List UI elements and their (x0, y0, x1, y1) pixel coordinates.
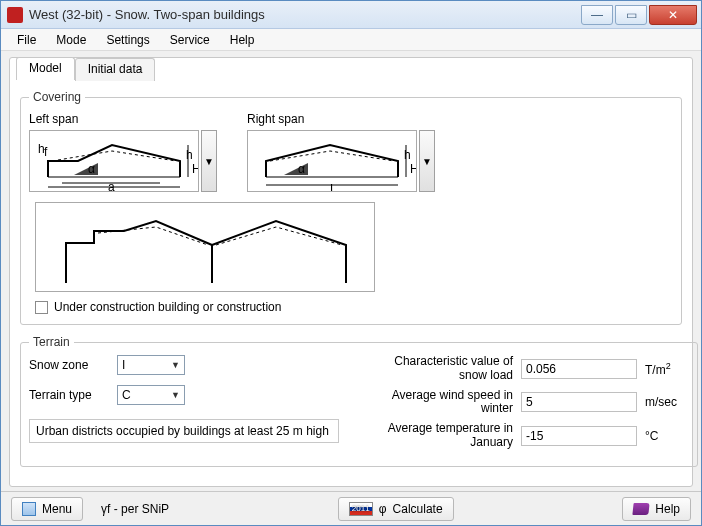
menu-help[interactable]: Help (222, 31, 263, 49)
terrain-legend: Terrain (29, 335, 74, 349)
right-span-diagram: α h H L (247, 130, 417, 192)
left-span-label: Left span (29, 112, 217, 126)
avg-temp-unit: °C (645, 429, 689, 443)
menu-button[interactable]: Menu (11, 497, 83, 521)
phi-icon: φ (379, 502, 387, 516)
avg-temp-input[interactable] (521, 426, 637, 446)
window-title: West (32-bit) - Snow. Two-span buildings (29, 7, 579, 22)
snip-label: γf - per SNiP (101, 502, 169, 516)
svg-text:L: L (330, 182, 337, 192)
char-snow-input[interactable] (521, 359, 637, 379)
book-icon (633, 503, 650, 515)
under-construction-checkbox[interactable] (35, 301, 48, 314)
close-button[interactable]: ✕ (649, 5, 697, 25)
minimize-button[interactable]: — (581, 5, 613, 25)
wind-speed-unit: m/sec (645, 395, 689, 409)
under-construction-label: Under construction building or construct… (54, 300, 281, 314)
right-span-dropdown[interactable]: ▼ (419, 130, 435, 192)
content-area: Model Initial data Covering Left span (1, 51, 701, 491)
help-label: Help (655, 502, 680, 516)
tab-model[interactable]: Model (16, 57, 75, 80)
flag-icon (349, 502, 373, 516)
snow-zone-label: Snow zone (29, 358, 109, 372)
chevron-down-icon: ▼ (171, 360, 180, 370)
status-bar: Menu γf - per SNiP φ Calculate Help (1, 491, 701, 525)
menu-settings[interactable]: Settings (98, 31, 157, 49)
chevron-down-icon: ▼ (171, 390, 180, 400)
left-span-diagram: α hf h H a (29, 130, 199, 192)
covering-group: Covering Left span (20, 90, 682, 325)
terrain-description: Urban districts occupied by buildings at… (29, 419, 339, 443)
avg-temp-label: Average temperature in January (373, 422, 513, 450)
menu-button-label: Menu (42, 502, 72, 516)
snow-zone-value: I (122, 358, 125, 372)
model-panel: Covering Left span (10, 80, 692, 486)
svg-text:h: h (186, 148, 193, 162)
left-span-dropdown[interactable]: ▼ (201, 130, 217, 192)
building-preview (35, 202, 375, 292)
titlebar: West (32-bit) - Snow. Two-span buildings… (1, 1, 701, 29)
char-snow-unit: T/m2 (645, 361, 689, 377)
svg-text:h: h (404, 148, 411, 162)
menu-service[interactable]: Service (162, 31, 218, 49)
tab-strip: Model Initial data (16, 57, 155, 80)
maximize-button[interactable]: ▭ (615, 5, 647, 25)
covering-legend: Covering (29, 90, 85, 104)
svg-text:H: H (192, 162, 199, 176)
help-button[interactable]: Help (622, 497, 691, 521)
wind-speed-label: Average wind speed in winter (373, 389, 513, 417)
snow-zone-select[interactable]: I ▼ (117, 355, 185, 375)
app-icon (7, 7, 23, 23)
svg-text:H: H (410, 162, 417, 176)
menu-mode[interactable]: Mode (48, 31, 94, 49)
window-buttons: — ▭ ✕ (579, 5, 697, 25)
calculate-button[interactable]: φ Calculate (338, 497, 454, 521)
right-span-label: Right span (247, 112, 435, 126)
terrain-type-label: Terrain type (29, 388, 109, 402)
main-window: West (32-bit) - Snow. Two-span buildings… (0, 0, 702, 526)
menubar: File Mode Settings Service Help (1, 29, 701, 51)
svg-text:α: α (88, 162, 95, 176)
svg-text:a: a (108, 180, 115, 192)
terrain-group: Terrain Snow zone I ▼ Terrain (20, 335, 698, 467)
wind-speed-input[interactable] (521, 392, 637, 412)
menu-file[interactable]: File (9, 31, 44, 49)
menu-icon (22, 502, 36, 516)
terrain-type-select[interactable]: C ▼ (117, 385, 185, 405)
char-snow-label: Characteristic value of snow load (373, 355, 513, 383)
tab-initial-data[interactable]: Initial data (75, 58, 156, 81)
tab-container: Model Initial data Covering Left span (9, 57, 693, 487)
terrain-type-value: C (122, 388, 131, 402)
svg-text:α: α (298, 162, 305, 176)
calculate-label: Calculate (393, 502, 443, 516)
